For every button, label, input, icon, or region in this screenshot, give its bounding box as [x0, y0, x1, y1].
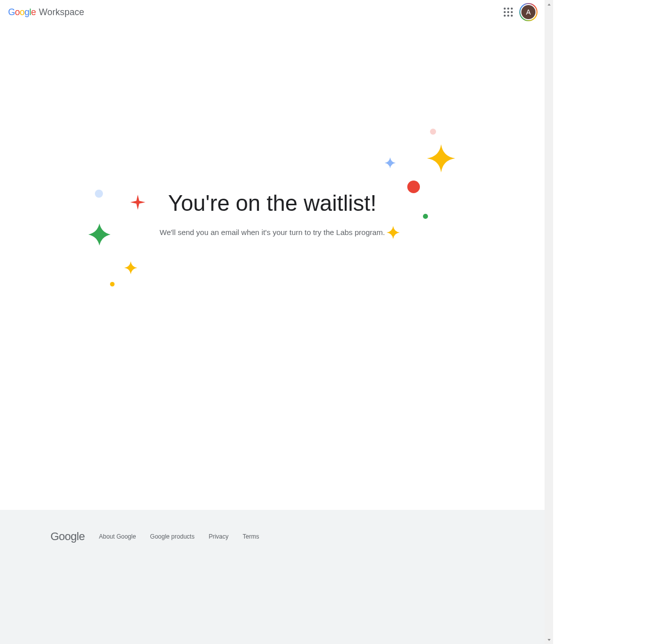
footer-link-about[interactable]: About Google — [99, 533, 136, 540]
brand-logo[interactable]: Google Workspace — [8, 7, 84, 18]
footer-link-products[interactable]: Google products — [150, 533, 194, 540]
footer-link-privacy[interactable]: Privacy — [208, 533, 228, 540]
sparkle-icon — [385, 157, 396, 168]
header: Google Workspace A — [0, 0, 545, 24]
footer-logo: Google — [50, 530, 85, 543]
decoration-dot — [430, 129, 436, 135]
sparkle-icon — [124, 261, 137, 274]
google-logo: Google — [8, 7, 36, 18]
apps-launcher-icon[interactable] — [502, 6, 514, 18]
scrollbar[interactable] — [545, 0, 553, 644]
page-title: You're on the waitlist! — [0, 191, 545, 216]
product-name: Workspace — [39, 7, 84, 18]
scroll-down-icon[interactable] — [545, 635, 553, 644]
scroll-up-icon[interactable] — [545, 0, 553, 9]
main-content: You're on the waitlist! We'll send you a… — [0, 24, 545, 488]
footer-links: About Google Google products Privacy Ter… — [99, 533, 259, 540]
hero: You're on the waitlist! We'll send you a… — [0, 191, 545, 237]
header-actions: A — [502, 4, 536, 20]
sparkle-icon — [427, 144, 455, 172]
account-avatar[interactable]: A — [520, 4, 536, 20]
footer: Google About Google Google products Priv… — [0, 510, 545, 644]
right-gutter — [545, 0, 636, 644]
decoration-dot — [110, 282, 115, 286]
footer-link-terms[interactable]: Terms — [243, 533, 259, 540]
avatar-initial: A — [520, 4, 536, 20]
page-subtitle: We'll send you an email when it's your t… — [0, 228, 545, 237]
